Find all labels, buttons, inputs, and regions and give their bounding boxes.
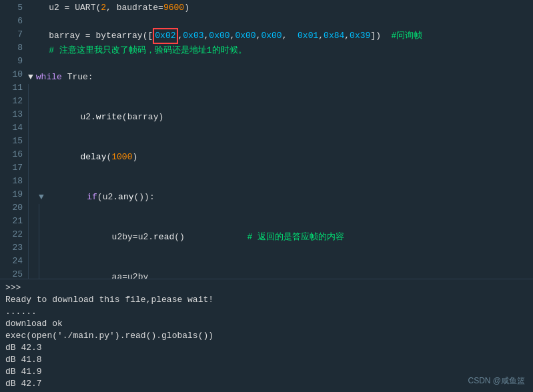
code-line-15 bbox=[28, 137, 533, 151]
ln-21: 21 bbox=[0, 215, 23, 228]
code-line-5: u2 = UART(2, baudrate=9600) bbox=[28, 1, 533, 15]
code-line-10: ▼while True: bbox=[28, 71, 533, 84]
line-numbers: 5 6 7 8 9 10 11 12 13 14 15 16 17 18 19 … bbox=[0, 0, 28, 279]
ln-14: 14 bbox=[0, 121, 23, 135]
ln-13: 13 bbox=[0, 108, 23, 121]
code-line-12 bbox=[28, 97, 533, 111]
code-editor: 5 6 7 8 9 10 11 12 13 14 15 16 17 18 19 … bbox=[0, 0, 533, 279]
ln-6: 6 bbox=[0, 15, 23, 28]
code-line-7: barray = bytearray([0x02,0x03,0x00,0x00,… bbox=[28, 28, 533, 44]
watermark: CSDN @咸鱼篮 bbox=[468, 375, 525, 387]
code-lines: u2 = UART(2, baudrate=9600) barray = byt… bbox=[28, 0, 533, 279]
code-line-22: u2by=u2.read() # 返回的是答应帧的内容 bbox=[28, 231, 533, 244]
code-line-6 bbox=[28, 15, 533, 28]
ln-8: 8 bbox=[0, 41, 23, 55]
code-line-25: aa=u2by bbox=[28, 271, 533, 279]
ln-11: 11 bbox=[0, 81, 23, 95]
code-line-13: u2.write(barray) bbox=[28, 111, 533, 124]
code-line-9 bbox=[28, 57, 533, 71]
console-line-db3: dB 41.9 bbox=[5, 366, 528, 378]
code-line-14 bbox=[28, 124, 533, 137]
ln-10: 10 bbox=[0, 68, 23, 81]
ln-24: 24 bbox=[0, 255, 23, 268]
console-line-db2: dB 41.8 bbox=[5, 354, 528, 366]
console-line-2: ...... bbox=[5, 306, 528, 318]
console-line-db4: dB 42.7 bbox=[5, 378, 528, 390]
ln-17: 17 bbox=[0, 161, 23, 175]
code-line-24 bbox=[28, 257, 533, 271]
console-line-3: download ok bbox=[5, 318, 528, 330]
ln-20: 20 bbox=[0, 201, 23, 215]
code-line-16: delay(1000) bbox=[28, 151, 533, 164]
ln-23: 23 bbox=[0, 241, 23, 255]
code-line-23 bbox=[28, 244, 533, 257]
code-line-8: # 注意这里我只改了帧码，验码还是地址1的时候。 bbox=[28, 44, 533, 57]
console-prompt: >>> bbox=[5, 282, 528, 294]
code-line-17 bbox=[28, 164, 533, 177]
console-area: >>> Ready to download this file,please w… bbox=[0, 279, 533, 392]
ln-25: 25 bbox=[0, 268, 23, 279]
watermark-text: CSDN @咸鱼篮 bbox=[468, 376, 525, 385]
console-line-db1: dB 42.3 bbox=[5, 342, 528, 354]
ln-16: 16 bbox=[0, 148, 23, 161]
hex-highlight-0x02: 0x02 bbox=[153, 28, 177, 44]
ln-15: 15 bbox=[0, 135, 23, 148]
code-line-20 bbox=[28, 204, 533, 217]
console-line-4: exec(open('./main.py').read().globals()) bbox=[5, 330, 528, 342]
code-line-21 bbox=[28, 217, 533, 231]
ln-22: 22 bbox=[0, 228, 23, 241]
ln-19: 19 bbox=[0, 188, 23, 201]
console-line-1: Ready to download this file,please wait! bbox=[5, 294, 528, 306]
code-line-19: ▼ if(u2.any()): bbox=[28, 191, 533, 204]
code-line-18 bbox=[28, 177, 533, 191]
ln-18: 18 bbox=[0, 175, 23, 188]
ln-9: 9 bbox=[0, 55, 23, 68]
ln-5: 5 bbox=[0, 1, 23, 15]
code-line-11 bbox=[28, 84, 533, 97]
ln-7: 7 bbox=[0, 28, 23, 41]
ln-12: 12 bbox=[0, 95, 23, 108]
